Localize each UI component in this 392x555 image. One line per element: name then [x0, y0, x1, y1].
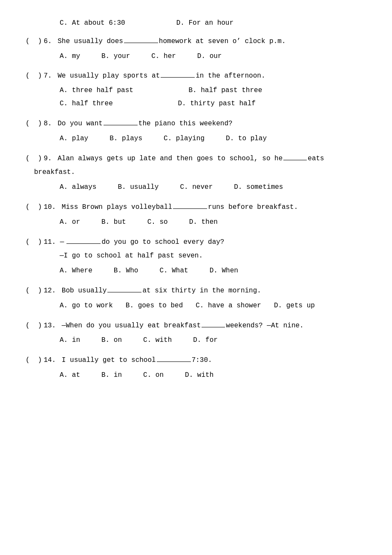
- question-9-line: ( ) 9. Alan always gets up late and then…: [26, 153, 366, 165]
- question-6: ( ) 6. She usually does homework at seve…: [26, 35, 366, 63]
- q12-option-c: C. have a shower: [196, 300, 261, 312]
- question-14-line: ( ) 14. I usually get to school 7:30.: [26, 354, 366, 367]
- q6-paren: ( ): [26, 35, 42, 48]
- q6-option-d: D. our: [197, 50, 222, 63]
- q11-option-b: B. Who: [114, 265, 138, 277]
- q7-option-b: B. half past three: [188, 87, 262, 94]
- q12-option-a: A. go to work: [60, 300, 113, 312]
- q6-blank: [124, 36, 158, 43]
- q12-option-b: B. goes to bed: [126, 300, 183, 312]
- q12-paren: ( ): [26, 285, 42, 297]
- q11-option-d: D. When: [210, 265, 238, 277]
- q8-text-before: Do you want: [54, 118, 103, 130]
- q13-number: 13.: [43, 320, 56, 332]
- q8-option-b: B. plays: [110, 133, 142, 145]
- q9-paren: ( ): [26, 153, 42, 165]
- q7-options-row2: C. half three D. thirty past half: [60, 97, 366, 110]
- q11-text-after: do you go to school every day?: [101, 236, 224, 249]
- q13-text-after: weekends? —At nine.: [226, 320, 303, 332]
- q9-text-before: Alan always gets up late and then goes t…: [54, 153, 283, 165]
- q7-option-d: D. thirty past half: [178, 100, 255, 107]
- q13-option-a: A. in: [60, 334, 80, 347]
- q6-number: 6.: [43, 35, 52, 48]
- question-11: ( ) 11. — do you go to school every day?…: [26, 236, 366, 277]
- question-8-line: ( ) 8. Do you want the piano this weeken…: [26, 118, 366, 130]
- q7-option-a: A. three half past: [60, 87, 133, 94]
- q10-options: A. or B. but C. so D. then: [60, 216, 366, 228]
- q9-option-c: C. never: [180, 181, 213, 194]
- q10-blank: [173, 202, 207, 209]
- q13-options: A. in B. on C. with D. for: [60, 334, 366, 347]
- question-9-continuation: breakfast.: [26, 166, 366, 179]
- q13-option-c: C. with: [143, 334, 172, 347]
- q14-text-before: I usually get to school: [58, 354, 156, 367]
- q6-text-before: She usually does: [54, 35, 123, 48]
- q13-paren: ( ): [26, 320, 42, 332]
- q10-text-before: Miss Brown plays volleyball: [58, 201, 172, 214]
- q6-option-a: A. my: [60, 50, 80, 63]
- option-c-top: C. At about 6:30: [60, 17, 125, 29]
- q12-option-d: D. gets up: [274, 300, 315, 312]
- question-11-line: ( ) 11. — do you go to school every day?: [26, 236, 366, 249]
- q12-text-after: at six thirty in the morning.: [142, 285, 261, 297]
- q10-option-a: A. or: [60, 216, 80, 228]
- question-12: ( ) 12. Bob usually at six thirty in the…: [26, 285, 366, 312]
- q11-option-c: C. What: [159, 265, 188, 277]
- question-10: ( ) 10. Miss Brown plays volleyball runs…: [26, 201, 366, 228]
- q13-option-d: D. for: [193, 334, 218, 347]
- q14-option-c: C. on: [143, 369, 164, 382]
- q14-options: A. at B. in C. on D. with: [60, 369, 366, 382]
- q12-number: 12.: [43, 285, 56, 297]
- q8-options: A. play B. plays C. playing D. to play: [60, 133, 366, 145]
- q9-number: 9.: [43, 153, 52, 165]
- q6-option-b: B. your: [101, 50, 130, 63]
- q12-options: A. go to work B. goes to bed C. have a s…: [60, 300, 366, 312]
- q14-text-after: 7:30.: [192, 354, 212, 367]
- q10-option-d: D. then: [189, 216, 218, 228]
- q8-number: 8.: [43, 118, 52, 130]
- q14-paren: ( ): [26, 354, 42, 367]
- q11-number: 11. —: [43, 236, 64, 249]
- q7-options: A. three half past B. half past three C.…: [60, 84, 366, 110]
- q8-option-d: D. to play: [226, 133, 267, 145]
- q13-option-b: B. on: [101, 334, 122, 347]
- q9-option-a: A. always: [60, 181, 96, 194]
- question-14: ( ) 14. I usually get to school 7:30. A.…: [26, 354, 366, 382]
- q10-paren: ( ): [26, 201, 42, 214]
- q12-blank: [107, 286, 141, 292]
- q11-options: A. Where B. Who C. What D. When: [60, 265, 366, 277]
- q10-text-after: runs before breakfast.: [208, 201, 298, 214]
- q14-option-d: D. with: [185, 369, 213, 382]
- q11-answer-text: —I go to school at half past seven.: [60, 252, 203, 260]
- q8-option-a: A. play: [60, 133, 88, 145]
- q14-blank: [157, 355, 191, 362]
- q6-option-c: C. her: [151, 50, 176, 63]
- q9-continuation-text: breakfast.: [34, 166, 75, 179]
- question-10-line: ( ) 10. Miss Brown plays volleyball runs…: [26, 201, 366, 214]
- q6-text-after: homework at seven o’ clock p.m.: [159, 35, 286, 48]
- q7-option-c: C. half three: [60, 100, 113, 107]
- question-8: ( ) 8. Do you want the piano this weeken…: [26, 118, 366, 145]
- q7-number: 7.: [43, 70, 52, 82]
- q10-option-c: C. so: [147, 216, 168, 228]
- q14-number: 14.: [43, 354, 56, 367]
- q13-blank: [202, 321, 225, 327]
- q10-option-b: B. but: [101, 216, 126, 228]
- q9-option-d: D. sometimes: [234, 181, 283, 194]
- q11-paren: ( ): [26, 236, 42, 249]
- question-13-line: ( ) 13. —When do you usually eat breakfa…: [26, 320, 366, 332]
- q7-paren: ( ): [26, 70, 42, 82]
- q14-option-a: A. at: [60, 369, 80, 382]
- q8-option-c: C. playing: [164, 133, 205, 145]
- question-9: ( ) 9. Alan always gets up late and then…: [26, 153, 366, 194]
- question-12-line: ( ) 12. Bob usually at six thirty in the…: [26, 285, 366, 297]
- question-6-line: ( ) 6. She usually does homework at seve…: [26, 35, 366, 48]
- q8-paren: ( ): [26, 118, 42, 130]
- q11-answer-line: —I go to school at half past seven.: [60, 250, 366, 262]
- top-options-row: C. At about 6:30 D. For an hour: [60, 17, 366, 29]
- option-d-top: D. For an hour: [176, 17, 233, 29]
- q7-text-after: in the afternoon.: [196, 70, 265, 82]
- q7-options-row1: A. three half past B. half past three: [60, 84, 366, 97]
- q11-option-a: A. Where: [60, 265, 92, 277]
- q8-blank: [104, 119, 138, 125]
